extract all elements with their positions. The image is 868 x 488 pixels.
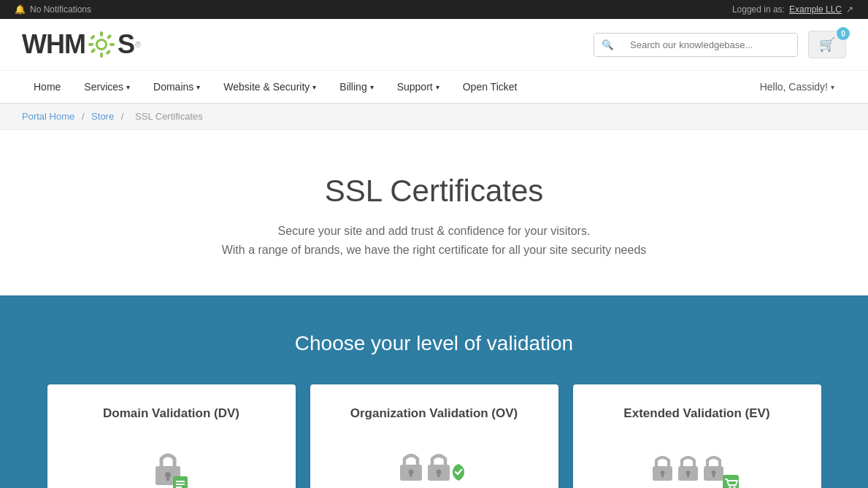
svg-rect-4 [110,43,115,46]
nav-user-caret: ▾ [831,83,834,91]
card-ev: Extended Validation (EV) [573,384,821,488]
page-title: SSL Certificates [22,174,846,209]
logged-in-label: Logged in as: [732,4,785,15]
svg-rect-6 [105,50,111,55]
card-dv-title: Domain Validation (DV) [65,406,278,421]
breadcrumb: Portal Home / Store / SSL Certificates [0,104,868,130]
hero-subtitle-1: Secure your site and add trust & confide… [22,222,846,241]
logo-registered: ® [135,40,141,49]
notifications-area: 🔔 No Notifications [15,4,91,15]
bell-icon: 🔔 [15,4,26,15]
svg-point-9 [98,41,105,48]
nav-domains[interactable]: Domains ▾ [142,71,212,103]
search-input[interactable] [621,34,797,56]
card-dv: Domain Validation (DV) Basic S [47,384,296,488]
svg-rect-5 [90,34,96,40]
svg-rect-32 [723,475,739,488]
site-header: WHM S ® 🔍 🛒 0 [0,19,868,71]
hero-subtitle-2: With a range of brands, we have the righ… [22,241,846,260]
logo-gear-icon [87,30,116,59]
svg-rect-31 [713,474,715,478]
ov-lock-icon [394,438,475,488]
nav-support[interactable]: Support ▾ [385,71,451,103]
header-right: 🔍 🛒 0 [594,31,846,58]
svg-rect-3 [88,43,93,46]
nav-billing[interactable]: Billing ▾ [328,71,385,103]
external-link-icon: ↗ [846,4,853,15]
top-bar: 🔔 No Notifications Logged in as: Example… [0,0,868,19]
search-button[interactable]: 🔍 [594,34,621,56]
card-ev-icon-area [591,438,804,488]
svg-rect-1 [100,31,103,36]
logged-in-area: Logged in as: Example LLC ↗ [732,4,853,15]
cart-badge: 0 [837,27,850,40]
nav-website-security-caret: ▾ [312,83,316,91]
logo-text-left: WHM [22,29,85,60]
nav-right: Hello, Cassidy! ▾ [748,71,846,103]
breadcrumb-sep-1: / [82,111,87,122]
hero-section: SSL Certificates Secure your site and ad… [0,130,868,295]
validation-section: Choose your level of validation Domain V… [0,295,868,488]
svg-rect-7 [91,48,96,54]
card-ov-icon-area [328,438,541,488]
logo[interactable]: WHM S ® [22,29,141,60]
breadcrumb-portal-home[interactable]: Portal Home [22,111,74,122]
ev-lock-icon [650,438,745,488]
nav-open-ticket[interactable]: Open Ticket [451,71,529,103]
nav-home[interactable]: Home [22,71,72,103]
breadcrumb-store[interactable]: Store [91,111,114,122]
svg-rect-25 [661,474,664,478]
breadcrumb-sep-2: / [121,111,126,122]
card-ov-title: Organization Validation (OV) [328,406,541,421]
svg-rect-28 [687,474,689,478]
card-ov: Organization Validation (OV) [310,384,558,488]
nav-services[interactable]: Services ▾ [72,71,142,103]
nav-domains-caret: ▾ [196,83,200,91]
nav-services-caret: ▾ [126,83,130,91]
notifications-text: No Notifications [30,4,91,15]
breadcrumb-current: SSL Certificates [135,111,203,122]
nav-website-security[interactable]: Website & Security ▾ [212,71,328,103]
svg-rect-12 [166,476,169,481]
card-dv-icon-area [65,438,278,488]
logo-text-right: S [118,29,134,60]
nav-support-caret: ▾ [436,83,439,91]
svg-rect-19 [410,473,412,477]
nav-left: Home Services ▾ Domains ▾ Website & Secu… [22,71,529,103]
company-link[interactable]: Example LLC [789,4,842,15]
nav-user-greeting[interactable]: Hello, Cassidy! ▾ [748,71,846,103]
svg-rect-22 [437,473,440,477]
search-bar: 🔍 [594,33,798,57]
nav-billing-caret: ▾ [370,83,374,91]
validation-heading: Choose your level of validation [22,332,846,355]
dv-lock-icon [142,438,201,488]
main-nav: Home Services ▾ Domains ▾ Website & Secu… [0,71,868,104]
cart-button[interactable]: 🛒 0 [808,31,846,58]
svg-rect-8 [107,34,112,39]
validation-cards: Domain Validation (DV) Basic S [33,384,836,488]
card-ev-title: Extended Validation (EV) [591,406,804,421]
svg-rect-2 [100,53,103,58]
